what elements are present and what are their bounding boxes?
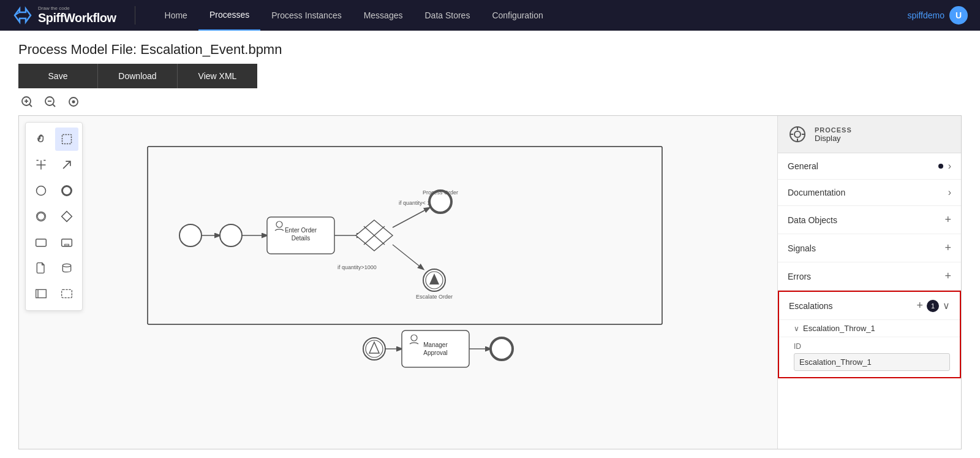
tool-task[interactable] [29,231,53,254]
start-event-2[interactable] [220,224,242,246]
section-documentation-right: › [948,187,951,198]
svg-text:Manager: Manager [423,342,448,348]
tool-data-store[interactable] [55,256,78,280]
section-errors-label: Errors [788,272,811,281]
svg-rect-11 [62,135,72,144]
tool-group[interactable] [55,282,78,305]
nav-messages[interactable]: Messages [353,0,414,31]
panel-header-text: PROCESS Display [815,126,852,143]
tool-intermediate-event[interactable] [29,205,53,228]
end-event-2[interactable] [491,338,513,360]
user-avatar: U [949,6,968,25]
escalation-item-chevron: ∨ [794,324,799,333]
svg-line-16 [63,161,70,169]
general-dot [938,164,943,169]
navbar: Draw the code SpiffWorkflow Home Process… [0,0,980,31]
section-documentation[interactable]: Documentation › [778,180,961,206]
tool-data-object[interactable] [29,256,53,280]
right-panel: PROCESS Display General › Documentation … [777,116,961,449]
section-errors-right: + [944,270,951,283]
escalation-id-field: ID [779,337,960,377]
svg-rect-22 [36,239,47,246]
tool-subprocess[interactable] [55,231,78,254]
escalations-header-right: + 1 ∨ [916,299,950,312]
nav-processes[interactable]: Processes [198,0,260,31]
zoom-reset-button[interactable] [65,93,82,110]
errors-plus[interactable]: + [944,270,951,283]
section-escalations: Escalations + 1 ∨ ∨ Escalation_Throw_1 I… [778,291,961,378]
escalations-header[interactable]: Escalations + 1 ∨ [779,292,960,320]
section-general-right: › [938,161,951,172]
section-general-label: General [788,161,818,171]
svg-point-25 [62,264,70,267]
condition-label-2: if quantity>1000 [337,264,377,270]
signals-plus[interactable]: + [944,242,951,254]
escalation-id-label: ID [794,342,950,351]
section-general[interactable]: General › [778,153,961,180]
tool-arrow[interactable] [55,153,78,177]
section-errors[interactable]: Errors + [778,262,961,291]
section-signals-label: Signals [788,243,816,253]
svg-marker-21 [62,212,72,222]
view-xml-button[interactable]: View XML [178,64,257,88]
nav-data-stores[interactable]: Data Stores [413,0,481,31]
nav-links: Home Processes Process Instances Message… [154,0,889,31]
save-button[interactable]: Save [18,64,98,88]
logo-text: SpiffWorkflow [38,11,116,25]
general-chevron: › [948,161,951,172]
svg-text:Enter Order: Enter Order [285,227,317,234]
svg-line-8 [53,104,55,107]
svg-rect-26 [36,289,47,297]
tool-end-event[interactable] [55,179,78,202]
tool-gateway[interactable] [55,205,78,228]
main-content: Enter Order Details if quantity< 1000 Pr… [18,115,962,449]
download-button[interactable]: Download [98,64,178,88]
brand: Draw the code SpiffWorkflow [12,4,116,27]
escalations-chevron[interactable]: ∨ [943,300,950,311]
nav-configuration[interactable]: Configuration [481,0,554,31]
nav-home[interactable]: Home [154,0,198,31]
panel-header-title: PROCESS [815,126,852,134]
documentation-chevron: › [948,187,951,198]
user-menu[interactable]: spiffdemo U [908,6,968,25]
svg-point-50 [794,131,801,137]
svg-rect-23 [62,239,72,246]
tool-palette [25,122,83,311]
nav-process-instances[interactable]: Process Instances [260,0,352,31]
svg-marker-0 [15,9,31,22]
zoom-controls [0,88,980,115]
toolbar: Save Download View XML [18,64,962,88]
section-signals[interactable]: Signals + [778,234,961,262]
label-process-order: Process Order [423,189,458,196]
bpmn-canvas[interactable]: Enter Order Details if quantity< 1000 Pr… [19,116,777,449]
username: spiffdemo [908,10,944,20]
bpmn-diagram[interactable]: Enter Order Details if quantity< 1000 Pr… [117,128,668,435]
zoom-out-button[interactable] [42,93,59,110]
escalations-count: 1 [927,300,939,312]
section-data-objects[interactable]: Data Objects + [778,206,961,234]
section-data-objects-right: + [944,213,951,226]
escalations-label: Escalations [789,301,833,311]
escalations-plus[interactable]: + [916,299,923,312]
escalation-item-name: ∨ Escalation_Throw_1 [794,324,950,333]
start-event-1[interactable] [179,224,202,246]
zoom-in-button[interactable] [18,93,36,110]
escalation-item-name-text: Escalation_Throw_1 [803,324,875,333]
tool-space[interactable] [29,153,53,177]
svg-text:Approval: Approval [423,349,447,356]
svg-point-20 [37,213,45,220]
panel-header: PROCESS Display [778,116,961,153]
svg-rect-28 [62,289,72,297]
escalation-item-0[interactable]: ∨ Escalation_Throw_1 [779,320,960,337]
data-objects-plus[interactable]: + [944,213,951,226]
svg-point-10 [72,101,75,104]
nav-divider [135,6,135,25]
tool-select[interactable] [55,128,78,151]
svg-point-18 [62,186,72,196]
escalation-id-input[interactable] [794,353,950,371]
logo-icon [12,4,36,27]
tool-pool[interactable] [29,282,53,305]
process-icon [788,124,807,144]
tool-start-event[interactable] [29,179,53,202]
tool-hand[interactable] [29,128,53,151]
